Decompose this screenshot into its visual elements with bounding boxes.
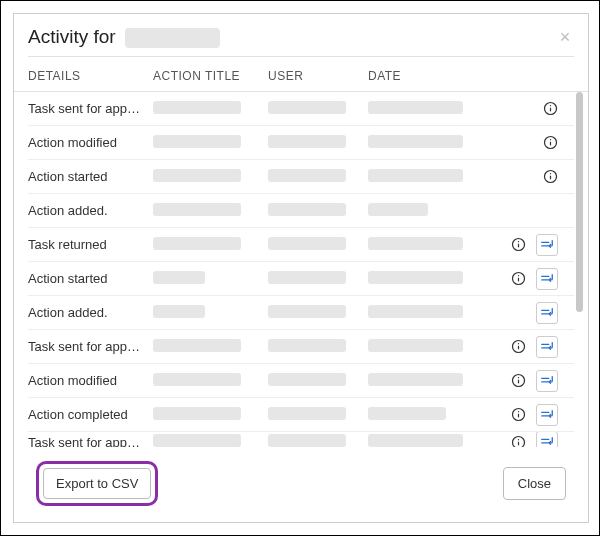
svg-point-8	[549, 173, 550, 174]
placeholder	[368, 339, 463, 352]
cell-date	[368, 305, 478, 321]
info-icon[interactable]	[510, 373, 526, 389]
table-row: Action modified	[28, 126, 574, 160]
cell-action-title	[153, 271, 268, 287]
info-icon[interactable]	[510, 339, 526, 355]
placeholder	[153, 169, 241, 182]
cell-user	[268, 101, 368, 117]
info-icon[interactable]	[542, 135, 558, 151]
placeholder	[153, 101, 241, 114]
info-icon[interactable]	[510, 237, 526, 253]
close-icon[interactable]: ×	[556, 28, 574, 46]
return-icon-button[interactable]	[536, 234, 558, 256]
dialog-title-subject-placeholder	[125, 28, 220, 48]
svg-point-16	[517, 275, 518, 276]
cell-details: Action started	[28, 271, 153, 286]
export-csv-button[interactable]: Export to CSV	[43, 468, 151, 499]
cell-details: Action modified	[28, 135, 153, 150]
placeholder	[268, 237, 346, 250]
svg-point-11	[517, 241, 518, 242]
cell-user	[268, 305, 368, 321]
cell-details: Task sent for app…	[28, 435, 153, 448]
cell-user	[268, 169, 368, 185]
scrollbar[interactable]	[576, 92, 583, 312]
cell-action-title	[153, 373, 268, 389]
info-icon[interactable]	[542, 101, 558, 117]
table-row: Task sent for app…	[28, 432, 574, 447]
cell-actions	[478, 169, 574, 185]
cell-details: Task sent for app…	[28, 339, 153, 354]
info-icon[interactable]	[510, 434, 526, 447]
return-icon-button[interactable]	[536, 336, 558, 358]
svg-point-23	[517, 343, 518, 344]
placeholder	[153, 305, 205, 318]
placeholder	[368, 305, 463, 318]
cell-user	[268, 434, 368, 447]
placeholder	[268, 339, 346, 352]
table-row: Task sent for app…	[28, 330, 574, 364]
table-header: DETAILS ACTION TITLE USER DATE	[14, 57, 588, 91]
cell-date	[368, 169, 478, 185]
col-header-details: DETAILS	[28, 69, 153, 83]
cell-date	[368, 407, 478, 423]
cell-date	[368, 135, 478, 151]
table-row: Task sent for app…	[28, 92, 574, 126]
return-icon-button[interactable]	[536, 370, 558, 392]
cell-date	[368, 101, 478, 117]
return-icon-button[interactable]	[536, 404, 558, 426]
info-icon[interactable]	[510, 271, 526, 287]
table-row: Action completed	[28, 398, 574, 432]
cell-date	[368, 271, 478, 287]
info-icon[interactable]	[510, 407, 526, 423]
cell-action-title	[153, 203, 268, 219]
col-header-user: USER	[268, 69, 368, 83]
svg-point-5	[549, 139, 550, 140]
cell-actions	[478, 135, 574, 151]
cell-action-title	[153, 169, 268, 185]
cell-actions	[478, 268, 574, 290]
close-button[interactable]: Close	[503, 467, 566, 500]
placeholder	[368, 203, 428, 216]
table-body: Task sent for app…Action modifiedAction …	[28, 92, 574, 447]
cell-actions	[478, 234, 574, 256]
svg-point-38	[517, 439, 518, 440]
return-icon-button[interactable]	[536, 302, 558, 324]
dialog-header: Activity for ×	[14, 14, 588, 56]
svg-point-28	[517, 377, 518, 378]
cell-action-title	[153, 339, 268, 355]
placeholder	[368, 169, 463, 182]
table-row: Task returned	[28, 228, 574, 262]
cell-actions	[478, 302, 574, 324]
dialog-footer: Export to CSV Close	[14, 447, 588, 522]
placeholder	[268, 271, 346, 284]
cell-date	[368, 434, 478, 447]
return-icon-button[interactable]	[536, 268, 558, 290]
placeholder	[153, 271, 205, 284]
placeholder	[368, 135, 463, 148]
placeholder	[268, 135, 346, 148]
svg-point-2	[549, 105, 550, 106]
placeholder	[268, 373, 346, 386]
info-icon[interactable]	[542, 169, 558, 185]
return-icon-button[interactable]	[536, 432, 558, 447]
placeholder	[368, 271, 463, 284]
placeholder	[153, 373, 241, 386]
cell-details: Task sent for app…	[28, 101, 153, 116]
cell-action-title	[153, 305, 268, 321]
placeholder	[268, 101, 346, 114]
cell-date	[368, 237, 478, 253]
placeholder	[268, 434, 346, 447]
cell-action-title	[153, 101, 268, 117]
cell-action-title	[153, 434, 268, 447]
cell-details: Action added.	[28, 203, 153, 218]
col-header-action-title: ACTION TITLE	[153, 69, 268, 83]
table-row: Action added.	[28, 194, 574, 228]
cell-user	[268, 271, 368, 287]
cell-date	[368, 373, 478, 389]
activity-dialog: Activity for × DETAILS ACTION TITLE USER…	[13, 13, 589, 523]
placeholder	[368, 373, 463, 386]
cell-action-title	[153, 407, 268, 423]
placeholder	[368, 237, 463, 250]
cell-actions	[478, 404, 574, 426]
cell-actions	[478, 432, 574, 447]
